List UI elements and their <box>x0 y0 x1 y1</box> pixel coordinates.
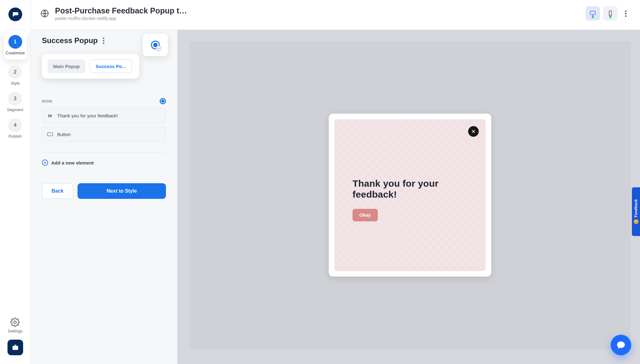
desktop-preview-button[interactable] <box>586 6 600 21</box>
chat-fab[interactable] <box>611 335 631 355</box>
tab-main-popup[interactable]: Main Popup <box>48 59 85 73</box>
button-icon <box>47 132 53 136</box>
target-icon: + <box>151 41 160 49</box>
app-logo[interactable] <box>8 7 22 21</box>
chat-icon <box>616 340 626 350</box>
next-button[interactable]: Next to Style <box>78 183 166 199</box>
popup-heading[interactable]: Thank you for your feedback! <box>352 178 468 200</box>
globe-icon[interactable] <box>40 9 49 18</box>
step-1-label: Customize <box>6 51 25 55</box>
row-label-text: ROW <box>42 99 52 104</box>
step-2-label: Style <box>11 81 20 86</box>
divider <box>42 152 166 153</box>
page-subtitle: poetic-muffin-cbc3ee.netlify.app <box>55 16 189 21</box>
svg-rect-4 <box>48 133 53 136</box>
element-heading-label: Thank you for your feedback! <box>57 113 118 118</box>
popup-tabs: Main Popup Success Po... <box>42 54 139 79</box>
step-4-label: Publish <box>8 134 22 139</box>
step-4-dot: 4 <box>8 118 22 132</box>
section-kebab[interactable] <box>103 37 104 44</box>
heading-icon: H <box>47 113 53 118</box>
step-style[interactable]: 2 Style <box>8 65 22 86</box>
status-dot <box>609 16 611 18</box>
plus-icon: + <box>42 160 48 166</box>
header-kebab[interactable] <box>621 7 631 20</box>
close-icon <box>471 129 476 134</box>
gear-icon <box>10 317 20 327</box>
plus-mini-icon: + <box>156 46 162 51</box>
page-title: Post-Purchase Feedback Popup to G... <box>55 6 189 15</box>
preview-stage: Thank you for your feedback! Okay <box>189 41 631 349</box>
add-popup-card[interactable]: + <box>143 34 168 56</box>
element-button[interactable]: Button <box>42 127 166 142</box>
popup-close-button[interactable] <box>468 126 479 137</box>
step-card-active[interactable]: 1 Customize <box>4 31 27 60</box>
monitor-icon <box>589 10 596 17</box>
svg-point-0 <box>14 321 16 323</box>
step-3-label: Segment <box>7 107 23 112</box>
element-heading[interactable]: H Thank you for your feedback! <box>42 108 166 123</box>
settings-button[interactable]: Settings <box>8 317 22 333</box>
top-header: Post-Purchase Feedback Popup to G... poe… <box>31 0 640 30</box>
back-button[interactable]: Back <box>42 183 73 199</box>
section-title: Success Popup <box>42 36 98 45</box>
step-2-dot: 2 <box>8 65 22 79</box>
emoji-icon: 😊 <box>633 219 639 224</box>
briefcase-icon <box>12 344 19 351</box>
step-segment[interactable]: 3 Segment <box>7 92 23 112</box>
mobile-preview-button[interactable] <box>603 6 618 21</box>
svg-rect-2 <box>590 11 596 15</box>
step-1-dot: 1 <box>8 35 22 49</box>
add-element-label: Add a new element <box>51 160 94 165</box>
element-button-label: Button <box>57 132 71 137</box>
phone-icon <box>607 10 614 17</box>
step-3-dot: 3 <box>8 92 22 106</box>
tab-success-popup[interactable]: Success Po... <box>90 59 132 73</box>
left-rail: 1 Customize 2 Style 3 Segment 4 Publish … <box>0 0 31 364</box>
feedback-rail[interactable]: Feedback 😊 <box>632 187 640 236</box>
feedback-rail-label: Feedback <box>634 199 638 217</box>
editor-panel: Success Popup + Main Popup Success Po...… <box>31 30 178 364</box>
popup-okay-button[interactable]: Okay <box>352 209 378 221</box>
popup-preview[interactable]: Thank you for your feedback! Okay <box>329 114 491 277</box>
row-header: ROW <box>42 98 166 104</box>
row-target-icon[interactable] <box>160 98 166 104</box>
step-publish[interactable]: 4 Publish <box>8 118 22 139</box>
briefcase-button[interactable] <box>8 340 23 355</box>
add-element-link[interactable]: + Add a new element <box>42 160 166 166</box>
canvas: Thank you for your feedback! Okay Feedba… <box>178 30 640 364</box>
status-dot <box>592 16 594 18</box>
settings-label: Settings <box>8 329 22 333</box>
